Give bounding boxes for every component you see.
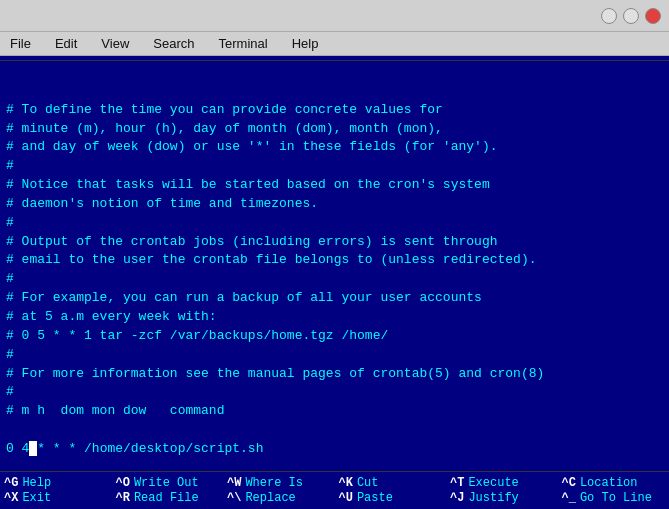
editor-line: # (6, 383, 663, 402)
shortcut-item[interactable]: ^RRead File (116, 491, 220, 505)
shortcut-label: Justify (468, 491, 518, 505)
shortcut-label: Where Is (245, 476, 303, 490)
shortcut-key: ^U (339, 491, 353, 505)
shortcut-key: ^C (562, 476, 576, 490)
shortcut-col-2: ^WWhere Is^\Replace (223, 474, 335, 507)
menubar: FileEditViewSearchTerminalHelp (0, 32, 669, 56)
menu-item-edit[interactable]: Edit (49, 34, 83, 53)
shortcut-col-5: ^CLocation^_Go To Line (558, 474, 670, 507)
titlebar (0, 0, 669, 32)
shortcut-item[interactable]: ^_Go To Line (562, 491, 666, 505)
menu-item-search[interactable]: Search (147, 34, 200, 53)
close-button[interactable] (645, 8, 661, 24)
shortcut-item[interactable]: ^WWhere Is (227, 476, 331, 490)
editor-content[interactable]: # To define the time you can provide con… (0, 61, 669, 471)
editor-line: # m h dom mon dow command (6, 402, 663, 421)
editor-container: # To define the time you can provide con… (0, 56, 669, 509)
editor-line: 0 4 * * * /home/desktop/script.sh (6, 440, 663, 459)
menu-item-terminal[interactable]: Terminal (213, 34, 274, 53)
shortcut-label: Execute (468, 476, 518, 490)
shortcut-label: Help (22, 476, 51, 490)
shortcut-col-0: ^GHelp^XExit (0, 474, 112, 507)
shortcut-item[interactable]: ^\Replace (227, 491, 331, 505)
shortcut-key: ^K (339, 476, 353, 490)
shortcut-key: ^J (450, 491, 464, 505)
shortcut-item[interactable]: ^XExit (4, 491, 108, 505)
editor-line: # minute (m), hour (h), day of month (do… (6, 120, 663, 139)
editor-line: # email to the user the crontab file bel… (6, 251, 663, 270)
editor-line: # and day of week (dow) or use '*' in th… (6, 138, 663, 157)
shortcut-item[interactable]: ^JJustify (450, 491, 554, 505)
shortcut-label: Cut (357, 476, 379, 490)
maximize-button[interactable] (623, 8, 639, 24)
shortcut-key: ^O (116, 476, 130, 490)
shortcut-key: ^_ (562, 491, 576, 505)
shortcut-key: ^R (116, 491, 130, 505)
editor-line: # (6, 214, 663, 233)
editor-line: # For example, you can run a backup of a… (6, 289, 663, 308)
shortcut-col-3: ^KCut^UPaste (335, 474, 447, 507)
shortcut-key: ^W (227, 476, 241, 490)
shortcut-label: Exit (22, 491, 51, 505)
shortcut-col-1: ^OWrite Out^RRead File (112, 474, 224, 507)
minimize-button[interactable] (601, 8, 617, 24)
shortcut-item[interactable]: ^GHelp (4, 476, 108, 490)
shortcut-label: Paste (357, 491, 393, 505)
menu-item-file[interactable]: File (4, 34, 37, 53)
editor-line (6, 421, 663, 440)
shortcut-key: ^X (4, 491, 18, 505)
menu-item-help[interactable]: Help (286, 34, 325, 53)
shortcut-key: ^\ (227, 491, 241, 505)
editor-line: # To define the time you can provide con… (6, 101, 663, 120)
editor-line: # For more information see the manual pa… (6, 365, 663, 384)
shortcut-label: Read File (134, 491, 199, 505)
shortcut-key: ^G (4, 476, 18, 490)
editor-line: # (6, 346, 663, 365)
titlebar-controls (601, 8, 661, 24)
shortcut-col-4: ^TExecute^JJustify (446, 474, 558, 507)
editor-line: # Notice that tasks will be started base… (6, 176, 663, 195)
shortcut-item[interactable]: ^CLocation (562, 476, 666, 490)
shortcut-label: Write Out (134, 476, 199, 490)
shortcut-item[interactable]: ^OWrite Out (116, 476, 220, 490)
editor-line: # at 5 a.m every week with: (6, 308, 663, 327)
shortcut-label: Replace (245, 491, 295, 505)
shortcut-item[interactable]: ^KCut (339, 476, 443, 490)
shortcut-item[interactable]: ^TExecute (450, 476, 554, 490)
shortcuts-bar: ^GHelp^XExit^OWrite Out^RRead File^WWher… (0, 471, 669, 509)
shortcut-key: ^T (450, 476, 464, 490)
menu-item-view[interactable]: View (95, 34, 135, 53)
shortcut-label: Go To Line (580, 491, 652, 505)
editor-line: # Output of the crontab jobs (including … (6, 233, 663, 252)
editor-line: # daemon's notion of time and timezones. (6, 195, 663, 214)
editor-line: # (6, 157, 663, 176)
shortcut-item[interactable]: ^UPaste (339, 491, 443, 505)
editor-line: # (6, 270, 663, 289)
editor-line: # 0 5 * * 1 tar -zcf /var/backups/home.t… (6, 327, 663, 346)
shortcut-label: Location (580, 476, 638, 490)
